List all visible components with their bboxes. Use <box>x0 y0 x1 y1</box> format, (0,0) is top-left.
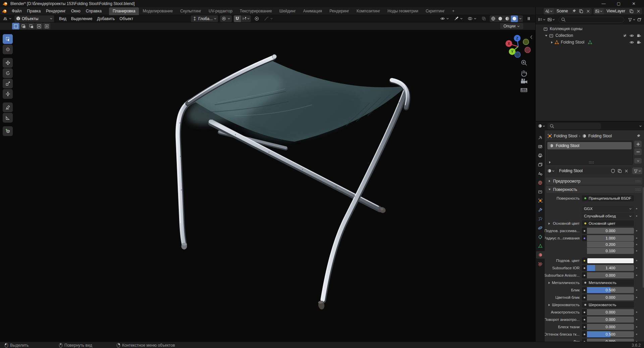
tool-scale[interactable] <box>3 79 13 88</box>
xray-toggle[interactable] <box>480 15 488 22</box>
new-material-icon[interactable] <box>617 168 622 173</box>
camera-toggle[interactable] <box>637 40 641 45</box>
animate-decorator[interactable] <box>634 331 639 337</box>
workspace-tab-Ноды геометрии[interactable]: Ноды геометрии <box>384 7 422 15</box>
node-socket[interactable] <box>582 324 587 330</box>
proportional-editing-toggle[interactable] <box>253 15 261 22</box>
viewport-menu-Вид[interactable]: Вид <box>57 16 69 21</box>
outliner-row-Folding Stool[interactable]: Folding Stool <box>536 39 644 46</box>
node-link-button[interactable]: Металличность <box>582 280 634 286</box>
properties-tab-output[interactable] <box>536 152 545 159</box>
expander-icon[interactable] <box>550 41 554 44</box>
copy-viewlayer-icon[interactable] <box>628 8 635 14</box>
proportional-falloff-dropdown[interactable] <box>263 15 274 22</box>
properties-tab-render[interactable] <box>536 143 545 150</box>
slot-expand-icon[interactable] <box>548 161 551 164</box>
node-socket[interactable] <box>582 331 587 337</box>
animate-decorator[interactable] <box>634 235 639 241</box>
fake-user-icon[interactable] <box>610 168 615 173</box>
select-mode-set[interactable] <box>12 23 19 29</box>
animate-decorator[interactable] <box>634 272 639 278</box>
value-slider[interactable]: 0.000 <box>587 228 634 234</box>
workspace-tab-Моделирование[interactable]: Моделирование <box>139 7 176 15</box>
animate-decorator[interactable] <box>634 206 639 212</box>
add-workspace-button[interactable]: + <box>448 7 458 15</box>
gizmos-dropdown[interactable] <box>452 15 464 22</box>
viewlayer-name[interactable]: ViewLayer <box>604 9 628 13</box>
viewport-menu-Объект[interactable]: Объект <box>117 16 136 21</box>
scene-icon[interactable] <box>544 8 554 14</box>
value-slider[interactable]: 0.000 <box>587 294 634 300</box>
properties-tab-tool[interactable] <box>536 134 545 141</box>
tool-move[interactable] <box>3 58 13 68</box>
viewlayer-icon[interactable] <box>594 8 604 14</box>
properties-tab-collection[interactable] <box>536 188 545 195</box>
node-socket[interactable] <box>582 235 587 241</box>
tool-add-cube[interactable] <box>3 126 13 136</box>
value-slider[interactable]: 0.500 <box>587 331 634 337</box>
node-socket[interactable] <box>582 272 587 278</box>
minimize-button[interactable]: — <box>596 0 611 7</box>
value-slider[interactable]: 0.500 <box>587 287 634 293</box>
tool-rotate[interactable] <box>3 68 13 78</box>
animate-decorator[interactable] <box>634 213 639 219</box>
properties-scrollbar[interactable] <box>643 187 644 288</box>
workspace-tab-Текстурирование[interactable]: Текстурирование <box>236 7 276 15</box>
snap-toggle[interactable] <box>234 15 241 22</box>
value-slider[interactable]: 0.200 <box>587 241 634 248</box>
viewport-menu-Выделение[interactable]: Выделение <box>69 16 95 21</box>
node-link-button[interactable]: Принципиальный BSDF <box>582 195 634 201</box>
tool-annotate[interactable] <box>3 102 13 112</box>
properties-editor-type-button[interactable] <box>538 124 545 128</box>
properties-tab-modifiers[interactable] <box>536 206 545 213</box>
add-slot-button[interactable] <box>634 141 642 147</box>
new-collection-button[interactable] <box>637 17 642 22</box>
material-name-field[interactable]: Folding Stool <box>557 167 631 174</box>
blender-menu-icon[interactable] <box>0 9 9 14</box>
node-socket[interactable] <box>582 228 587 234</box>
viewport-nav-gizmo[interactable]: Z X Y <box>502 31 535 93</box>
expand-icon[interactable] <box>548 281 551 284</box>
workspace-tab-Планировка[interactable]: Планировка <box>109 7 139 15</box>
outliner-search-input[interactable] <box>558 17 624 23</box>
material-slot-item[interactable]: Folding Stool <box>547 142 632 149</box>
node-socket[interactable] <box>582 317 587 323</box>
show-object-types-dropdown[interactable] <box>439 15 450 22</box>
expand-icon[interactable] <box>548 303 551 306</box>
properties-tab-material[interactable] <box>536 251 545 259</box>
remove-slot-button[interactable] <box>634 148 642 155</box>
shading-wireframe-button[interactable] <box>490 15 497 22</box>
animate-decorator[interactable] <box>634 248 639 254</box>
outliner-display-mode-dropdown[interactable] <box>538 17 546 22</box>
value-slider[interactable]: 0.100 <box>587 248 634 254</box>
animate-decorator[interactable] <box>634 241 639 248</box>
node-socket[interactable] <box>582 309 587 315</box>
select-mode-extend[interactable] <box>20 23 27 29</box>
pause-render-button[interactable] <box>525 15 533 22</box>
dropdown-GGX[interactable]: GGX <box>582 206 634 212</box>
shading-dropdown[interactable] <box>518 15 523 22</box>
unlink-material-icon[interactable] <box>624 168 629 173</box>
node-socket[interactable] <box>582 258 587 264</box>
value-slider[interactable]: 0.000 <box>587 339 634 342</box>
properties-tab-view-layer[interactable] <box>536 161 545 168</box>
slot-specials-dropdown[interactable] <box>634 158 642 163</box>
outliner-row-Коллекция сцены[interactable]: Коллекция сцены <box>536 25 644 32</box>
workspace-tab-Композитинг[interactable]: Композитинг <box>353 7 384 15</box>
properties-tab-constraints[interactable] <box>536 233 545 240</box>
browse-material-dropdown[interactable] <box>546 167 556 174</box>
eye-toggle[interactable] <box>629 33 634 38</box>
properties-tab-object[interactable] <box>536 197 545 204</box>
workspace-tab-Анимация[interactable]: Анимация <box>300 7 326 15</box>
viewlayer-selector[interactable]: ViewLayer <box>594 8 642 14</box>
value-slider[interactable]: 1.000 <box>587 235 634 241</box>
outliner-item-label[interactable]: Коллекция сцены <box>550 26 582 31</box>
value-slider[interactable]: 0.000 <box>587 309 634 315</box>
panel-preview[interactable]: Предпросмотр <box>546 178 642 185</box>
value-slider[interactable]: 0.000 <box>587 272 634 278</box>
material-specials-button[interactable] <box>632 167 642 174</box>
menu-Правка[interactable]: Правка <box>24 7 44 15</box>
unlink-scene-icon[interactable] <box>585 8 592 14</box>
scene-name[interactable]: Scene <box>554 9 571 13</box>
menu-Окно[interactable]: Окно <box>68 7 83 15</box>
